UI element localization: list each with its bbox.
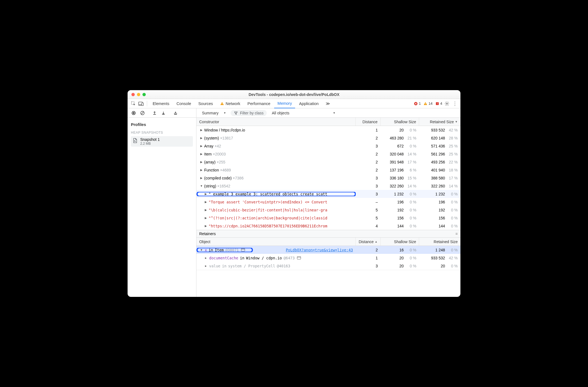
constructor-row[interactable]: ▶(compiled code) ×7386 3 336 18015 % 388… bbox=[196, 174, 460, 182]
view-select[interactable]: Summary bbox=[199, 110, 228, 116]
snapshot-file-icon bbox=[133, 138, 137, 143]
zoom-icon[interactable] bbox=[142, 93, 146, 96]
upload-icon[interactable] bbox=[151, 109, 158, 117]
string-instance-row[interactable]: ▶ "https://cdpn.io2AC766158D5B7507E17015… bbox=[196, 222, 460, 230]
svg-line-15 bbox=[141, 112, 144, 114]
panel-tabs: Elements Console Sources Network Perform… bbox=[128, 99, 460, 108]
svg-rect-16 bbox=[134, 140, 135, 142]
string-instance-row[interactable]: ▶ "Torque assert 'Convert<uintptr>(endIn… bbox=[196, 198, 460, 206]
tab-sources[interactable]: Sources bbox=[195, 99, 216, 108]
svg-rect-9 bbox=[437, 103, 437, 104]
class-filter[interactable]: Filter by class bbox=[231, 110, 267, 116]
titlebar: DevTools - codepen.io/web-dot-dev/live/P… bbox=[128, 90, 460, 99]
col-retained2[interactable]: Retained Size bbox=[419, 238, 460, 246]
profiles-sidebar: Profiles HEAP SNAPSHOTS Snapshot 1 2.2 M… bbox=[128, 118, 196, 297]
issue-counts[interactable]: 1 14 4 bbox=[414, 101, 442, 106]
sort-desc-icon: ▼ bbox=[455, 120, 458, 123]
issue-icon bbox=[435, 102, 439, 106]
window-icon bbox=[297, 256, 301, 259]
devtools-window: DevTools - codepen.io/web-dot-dev/live/P… bbox=[128, 90, 460, 297]
tab-application[interactable]: Application bbox=[296, 99, 322, 108]
minimize-icon[interactable] bbox=[137, 93, 140, 96]
disclosure-triangle-icon[interactable]: ▶ bbox=[204, 256, 207, 259]
string-instance-row[interactable]: ▶ "\b(calc|cubic-bezier|fit-content|hsl|… bbox=[196, 206, 460, 214]
disclosure-triangle-icon[interactable]: ▶ bbox=[200, 144, 203, 147]
scope-select[interactable]: All objects▾ bbox=[269, 110, 338, 116]
clear-icon[interactable] bbox=[139, 109, 146, 117]
disclosure-triangle-icon[interactable]: ▼ bbox=[200, 248, 203, 251]
source-link[interactable]: PoLdbOX?anon=true&view=live:43 bbox=[286, 248, 353, 252]
constructor-row[interactable]: ▶(system) ×13817 2 463 28021 % 620 14828… bbox=[196, 134, 460, 142]
error-icon bbox=[414, 102, 418, 106]
constructor-row[interactable]: ▶(array) ×255 2 391 94817 % 493 25622 % bbox=[196, 158, 460, 166]
constructor-row-string[interactable]: ▼(string) ×16542 3322 26014 %322 26014 % bbox=[196, 182, 460, 190]
device-toolbar-icon[interactable] bbox=[137, 100, 145, 107]
retainer-row[interactable]: ▼ x in Item @38071 PoLdbOX?anon=true&vie… bbox=[196, 246, 460, 254]
svg-rect-10 bbox=[437, 104, 437, 104]
disclosure-triangle-icon[interactable]: ▶ bbox=[200, 176, 203, 179]
constructor-row[interactable]: ▶Array ×42 3 6720 % 571 43625 % bbox=[196, 142, 460, 150]
constructor-row[interactable]: ▶Function ×4689 2 137 1966 % 401 94018 % bbox=[196, 166, 460, 174]
retainers-header: Retainers ≡ bbox=[196, 230, 460, 238]
heap-grid: Constructor Distance Shallow Size Retain… bbox=[196, 118, 460, 297]
traffic-lights bbox=[131, 93, 146, 96]
settings-icon[interactable] bbox=[444, 101, 451, 106]
tab-console[interactable]: Console bbox=[173, 99, 194, 108]
col-retained[interactable]: Retained Size▼ bbox=[419, 118, 460, 126]
disclosure-triangle-icon[interactable]: ▶ bbox=[200, 168, 203, 171]
inspect-icon[interactable] bbox=[130, 100, 137, 107]
svg-rect-2 bbox=[142, 103, 144, 106]
gc-icon[interactable] bbox=[172, 109, 179, 117]
tab-more[interactable]: ≫ bbox=[322, 99, 333, 108]
more-icon[interactable]: ⋮ bbox=[452, 101, 458, 107]
window-icon bbox=[241, 248, 245, 251]
svg-rect-4 bbox=[222, 104, 222, 104]
retainers-grid-header: Object Distance▲ Shallow Size Retained S… bbox=[196, 238, 460, 246]
record-icon[interactable] bbox=[130, 109, 137, 117]
disclosure-triangle-icon[interactable]: ▶ bbox=[204, 264, 207, 267]
snapshot-item[interactable]: Snapshot 1 2.2 MB bbox=[131, 136, 193, 147]
svg-rect-6 bbox=[425, 103, 426, 104]
disclosure-triangle-icon[interactable]: ▶ bbox=[200, 160, 203, 163]
svg-rect-17 bbox=[135, 141, 136, 142]
separator bbox=[147, 101, 147, 106]
string-instance-row[interactable]: ▶ "^(?!on|src|(?:action|archive|backgrou… bbox=[196, 214, 460, 222]
svg-point-13 bbox=[133, 112, 134, 114]
tab-network[interactable]: Network bbox=[217, 99, 244, 108]
retainer-row[interactable]: ▶ documentCache in Window / cdpn.io @647… bbox=[196, 254, 460, 262]
heap-section-label: HEAP SNAPSHOTS bbox=[131, 131, 193, 135]
disclosure-triangle-icon[interactable]: ▶ bbox=[204, 208, 207, 211]
memory-toolbar: Summary Filter by class All objects▾ bbox=[128, 108, 460, 118]
constructor-row[interactable]: ▶Window / https://cdpn.io 1 200 % 933 53… bbox=[196, 126, 460, 134]
string-instance-row[interactable]: ▶ " example 3 example 3: scattered objec… bbox=[196, 190, 460, 198]
disclosure-triangle-icon[interactable]: ▶ bbox=[204, 200, 207, 203]
window-title: DevTools - codepen.io/web-dot-dev/live/P… bbox=[128, 92, 460, 97]
disclosure-triangle-icon[interactable]: ▼ bbox=[200, 184, 203, 187]
col-constructor[interactable]: Constructor bbox=[196, 118, 356, 126]
tab-memory[interactable]: Memory bbox=[274, 99, 295, 108]
filter-icon bbox=[234, 111, 238, 115]
snapshot-size: 2.2 MB bbox=[140, 142, 160, 146]
disclosure-triangle-icon[interactable]: ▶ bbox=[200, 128, 203, 131]
svg-point-11 bbox=[446, 103, 448, 104]
retainer-row[interactable]: ▶ value in system / PropertyCell @40163 … bbox=[196, 262, 460, 270]
col-object[interactable]: Object bbox=[196, 238, 356, 246]
col-distance[interactable]: Distance bbox=[356, 118, 381, 126]
sort-asc-icon: ▲ bbox=[375, 240, 377, 243]
close-icon[interactable] bbox=[131, 93, 135, 96]
warning-icon bbox=[220, 102, 224, 106]
col-distance2[interactable]: Distance▲ bbox=[356, 238, 381, 246]
constructor-row[interactable]: ▶Item ×20003 2 320 04814 % 561 29625 % bbox=[196, 150, 460, 158]
disclosure-triangle-icon[interactable]: ▶ bbox=[200, 136, 203, 139]
disclosure-triangle-icon[interactable]: ▶ bbox=[200, 152, 203, 155]
col-shallow[interactable]: Shallow Size bbox=[381, 118, 419, 126]
hamburger-icon[interactable]: ≡ bbox=[455, 232, 458, 236]
snapshot-name: Snapshot 1 bbox=[140, 137, 160, 142]
download-icon[interactable] bbox=[160, 109, 167, 117]
col-shallow2[interactable]: Shallow Size bbox=[381, 238, 419, 246]
tab-performance[interactable]: Performance bbox=[244, 99, 274, 108]
tab-elements[interactable]: Elements bbox=[149, 99, 172, 108]
disclosure-triangle-icon[interactable]: ▶ bbox=[204, 216, 207, 219]
disclosure-triangle-icon[interactable]: ▶ bbox=[204, 224, 207, 227]
disclosure-triangle-icon[interactable]: ▶ bbox=[204, 192, 207, 195]
